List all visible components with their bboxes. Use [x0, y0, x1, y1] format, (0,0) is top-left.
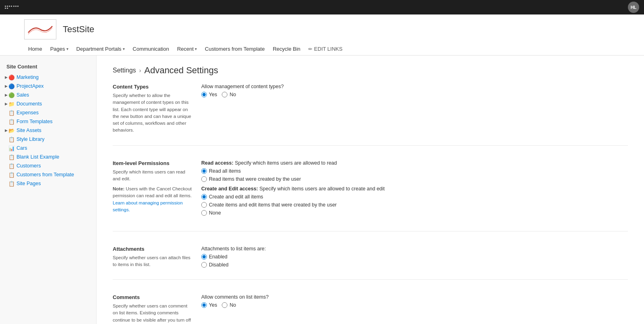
attachments-enabled-radio[interactable] — [201, 254, 207, 260]
style-icon: 📋 — [8, 136, 15, 142]
sidebar-item-form-templates[interactable]: ▶ 📋 Form Templates — [0, 117, 96, 126]
pencil-icon: ✏ — [308, 46, 312, 52]
comments-yes-radio[interactable] — [201, 302, 207, 308]
site-branding: TestSite — [24, 14, 620, 43]
attachments-question: Attachments to list items are: — [201, 246, 628, 252]
nav-communication[interactable]: Communication — [129, 43, 173, 55]
nav-edit-links[interactable]: ✏ EDIT LINKS — [304, 43, 347, 55]
nav-recent[interactable]: Recent ▾ — [173, 43, 201, 55]
site-title: TestSite — [63, 24, 94, 35]
attachments-enabled[interactable]: Enabled — [201, 254, 628, 260]
section-desc-attachments: Specify whether users can attach files t… — [113, 254, 193, 268]
read-user-radio[interactable] — [201, 176, 207, 182]
section-right-comments: Allow comments on list items? Yes No — [201, 294, 628, 324]
chevron-icon: ▶ — [5, 102, 8, 106]
content-types-question: Allow management of content types? — [201, 84, 628, 89]
waffle-icon[interactable] — [5, 6, 19, 9]
marketing-icon: 🔴 — [8, 74, 15, 80]
top-bar: HL — [0, 0, 644, 14]
dept-arrow: ▾ — [123, 47, 125, 51]
sidebar-item-customers[interactable]: ▶ 📋 Customers — [0, 161, 96, 170]
sales-icon: 🟢 — [8, 92, 15, 98]
section-title-attachments: Attachments — [113, 246, 193, 252]
comments-question: Allow comments on list items? — [201, 294, 628, 300]
section-title-comments: Comments — [113, 294, 193, 300]
create-user-radio[interactable] — [201, 202, 207, 208]
section-left-attachments: Attachments Specify whether users can at… — [113, 246, 193, 268]
site-logo[interactable] — [24, 19, 56, 39]
project-icon: 🔵 — [8, 83, 15, 89]
attachments-radio-stack: Enabled Disabled — [201, 254, 628, 268]
breadcrumb: Settings › Advanced Settings — [113, 65, 628, 76]
create-all-radio[interactable] — [201, 194, 207, 200]
section-note-permissions: Note: Users with the Cancel Checkout per… — [113, 186, 193, 213]
create-access-radio-stack: Create and edit all items Create items a… — [201, 194, 628, 216]
chevron-icon: ▶ — [5, 128, 8, 132]
section-left-permissions: Item-level Permissions Specify which ite… — [113, 160, 193, 220]
read-access-group: Read access: Specify which items users a… — [201, 160, 628, 182]
create-none-radio[interactable] — [201, 210, 207, 216]
nav-home[interactable]: Home — [24, 43, 46, 55]
content-types-no[interactable]: No — [222, 92, 236, 97]
section-comments: Comments Specify whether users can comme… — [113, 294, 628, 324]
content-types-radio-group: Yes No — [201, 92, 628, 97]
section-left-comments: Comments Specify whether users can comme… — [113, 294, 193, 324]
customers-icon: 📋 — [8, 163, 15, 169]
section-title-permissions: Item-level Permissions — [113, 160, 193, 166]
content-types-yes-radio[interactable] — [201, 92, 207, 97]
read-access-radio-stack: Read all items Read items that were crea… — [201, 168, 628, 182]
blank-icon: 📋 — [8, 154, 15, 160]
sidebar-item-documents[interactable]: ▶ 📁 Documents — [0, 99, 96, 108]
cust-template-icon: 📋 — [8, 171, 15, 178]
sidebar-item-customers-template[interactable]: ▶ 📋 Customers from Template — [0, 170, 96, 179]
create-edit-access-group: Create and Edit access: Specify which it… — [201, 186, 628, 216]
nav-pages[interactable]: Pages ▾ — [46, 43, 72, 55]
content-types-no-radio[interactable] — [222, 92, 227, 97]
site-pages-icon: 📋 — [8, 180, 15, 187]
section-desc-permissions: Specify which items users can read and e… — [113, 169, 193, 183]
main-layout: Site Content ▶ 🔴 Marketing ▶ 🔵 ProjectAp… — [0, 56, 644, 324]
nav-department-portals[interactable]: Department Portals ▾ — [72, 43, 129, 55]
note-bold: Note: — [113, 186, 124, 191]
read-all-items[interactable]: Read all items — [201, 168, 628, 174]
sidebar-item-cars[interactable]: ▶ 📊 Cars — [0, 144, 96, 153]
section-attachments: Attachments Specify whether users can at… — [113, 246, 628, 280]
sidebar-item-projectapex[interactable]: ▶ 🔵 ProjectApex — [0, 82, 96, 91]
section-content-types: Content Types Specify whether to allow t… — [113, 84, 628, 146]
comments-no-radio[interactable] — [222, 302, 227, 308]
create-none[interactable]: None — [201, 210, 628, 216]
section-right-attachments: Attachments to list items are: Enabled D… — [201, 246, 628, 268]
comments-yes[interactable]: Yes — [201, 302, 217, 308]
user-avatar[interactable]: HL — [628, 2, 639, 13]
sidebar-title: Site Content — [0, 62, 96, 73]
sidebar-item-sales[interactable]: ▶ 🟢 Sales — [0, 91, 96, 99]
sidebar-item-site-pages[interactable]: ▶ 📋 Site Pages — [0, 179, 96, 188]
section-desc-content-types: Specify whether to allow the management … — [113, 92, 193, 134]
section-left-content-types: Content Types Specify whether to allow t… — [113, 84, 193, 134]
section-right-content-types: Allow management of content types? Yes N… — [201, 84, 628, 134]
sidebar-item-style-library[interactable]: ▶ 📋 Style Library — [0, 135, 96, 144]
read-all-radio[interactable] — [201, 168, 207, 174]
sidebar-item-site-assets[interactable]: ▶ 📂 Site Assets — [0, 126, 96, 135]
nav-customers-template[interactable]: Customers from Template — [201, 43, 269, 55]
sidebar: Site Content ▶ 🔴 Marketing ▶ 🔵 ProjectAp… — [0, 56, 97, 324]
attachments-disabled-radio[interactable] — [201, 262, 207, 268]
permission-link[interactable]: Learn about managing permission settings… — [113, 200, 183, 212]
create-all-items[interactable]: Create and edit all items — [201, 194, 628, 200]
docs-icon: 📁 — [8, 101, 15, 107]
create-user-items[interactable]: Create items and edit items that were cr… — [201, 202, 628, 208]
sidebar-item-blank-list[interactable]: ▶ 📋 Blank List Example — [0, 153, 96, 161]
content-types-yes[interactable]: Yes — [201, 92, 217, 97]
breadcrumb-current: Advanced Settings — [144, 65, 218, 76]
read-created-by-user[interactable]: Read items that were created by the user — [201, 176, 628, 182]
pages-arrow: ▾ — [66, 47, 68, 51]
sidebar-item-expenses[interactable]: ▶ 📋 Expenses — [0, 108, 96, 117]
comments-radio-group: Yes No — [201, 302, 628, 308]
chevron-icon: ▶ — [5, 75, 8, 79]
read-access-label: Read access: Specify which items users a… — [201, 160, 628, 166]
nav-recycle-bin[interactable]: Recycle Bin — [269, 43, 305, 55]
site-nav: Home Pages ▾ Department Portals ▾ Commun… — [24, 43, 620, 55]
attachments-disabled[interactable]: Disabled — [201, 262, 628, 268]
sidebar-item-marketing[interactable]: ▶ 🔴 Marketing — [0, 73, 96, 82]
comments-no[interactable]: No — [222, 302, 236, 308]
